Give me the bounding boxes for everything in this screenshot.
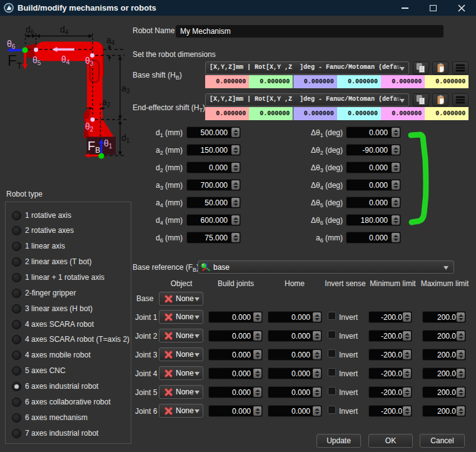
svg-text:θ6: θ6 <box>7 39 16 50</box>
svg-text:a3: a3 <box>121 83 130 95</box>
svg-text:a2: a2 <box>102 97 111 108</box>
svg-text:a4: a4 <box>106 35 115 46</box>
svg-text:d6: d6 <box>26 24 34 36</box>
svg-text:d4: d4 <box>60 24 69 36</box>
svg-text:FT: FT <box>8 52 23 71</box>
